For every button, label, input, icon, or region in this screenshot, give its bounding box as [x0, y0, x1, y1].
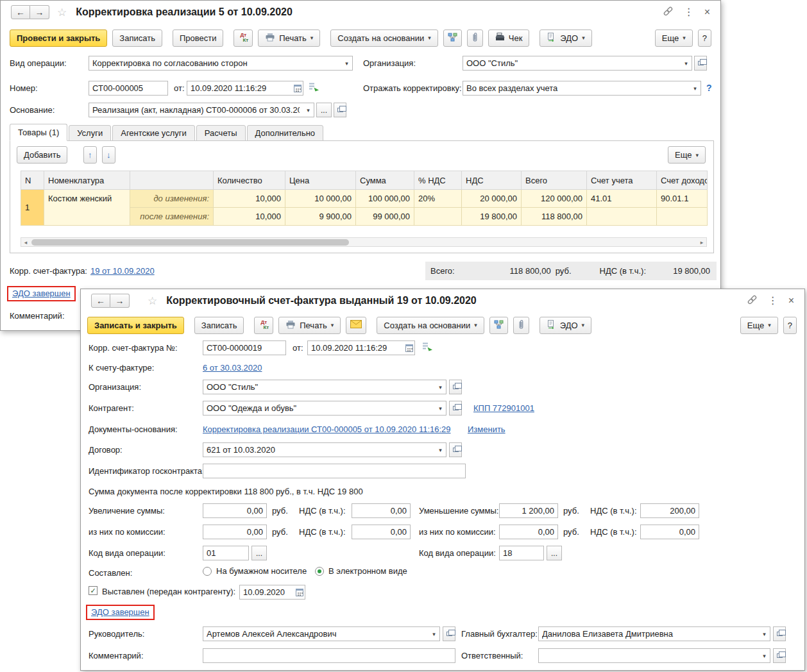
open-chief-accountant-button[interactable] — [773, 626, 786, 641]
responsible-input[interactable] — [539, 649, 759, 662]
basis-select-button[interactable]: ... — [316, 103, 332, 117]
structure-button[interactable] — [489, 317, 508, 334]
decrease-sum-input[interactable] — [500, 504, 557, 517]
chevron-down-icon[interactable]: ▾ — [303, 103, 314, 117]
head-input[interactable] — [203, 627, 429, 641]
close-icon[interactable]: × — [704, 7, 710, 17]
operation-code2-field[interactable] — [499, 546, 544, 560]
to-invoice-link[interactable]: 6 от 30.03.2020 — [203, 363, 262, 373]
chevron-down-icon[interactable]: ▾ — [435, 380, 446, 394]
chief-accountant-combo[interactable]: ▾ — [538, 626, 770, 641]
check-button[interactable]: Чек — [488, 29, 530, 47]
organization-combo[interactable]: ▾ — [203, 380, 446, 394]
open-organization-button[interactable] — [694, 56, 707, 71]
related-documents-icon[interactable] — [309, 82, 319, 94]
tab-services[interactable]: Услуги — [69, 125, 111, 141]
income-account-cell[interactable]: 90.01.1 — [657, 190, 708, 208]
help-button[interactable]: ? — [698, 29, 711, 47]
save-and-close-button[interactable]: Записать и закрыть — [87, 317, 184, 334]
open-organization-button[interactable] — [449, 380, 462, 394]
open-responsible-button[interactable] — [773, 648, 786, 663]
responsible-combo[interactable]: ▾ — [538, 648, 770, 663]
print-button[interactable]: Печать▾ — [278, 317, 341, 334]
reflect-adjustment-input[interactable] — [463, 81, 690, 95]
date-field[interactable] — [307, 340, 415, 355]
basis-combo[interactable]: ▾ — [89, 103, 314, 117]
chevron-down-icon[interactable]: ▾ — [341, 56, 352, 70]
back-button[interactable]: ← — [91, 294, 110, 308]
create-based-on-button[interactable]: Создать на основании▾ — [330, 29, 437, 47]
open-basis-button[interactable] — [334, 103, 346, 117]
corr-invoice-link[interactable]: 19 от 10.09.2020 — [90, 266, 155, 276]
edo-button[interactable]: ЭДО▾ — [539, 317, 591, 334]
corr-invoice-number-field[interactable] — [203, 340, 286, 355]
forward-button[interactable]: → — [30, 5, 49, 19]
tab-settlements[interactable]: Расчеты — [196, 125, 246, 141]
issued-date-input[interactable] — [240, 585, 294, 599]
close-icon[interactable]: × — [788, 296, 794, 306]
related-documents-icon[interactable] — [422, 342, 433, 354]
basis-document-link[interactable]: Корректировка реализации СТ00-000005 от … — [203, 424, 451, 435]
reflect-adjustment-combo[interactable]: ▾ — [463, 81, 701, 96]
operation-code1-input[interactable] — [203, 546, 248, 560]
chevron-down-icon[interactable]: ▾ — [435, 401, 446, 415]
number-field[interactable] — [89, 81, 168, 96]
get-link-icon[interactable] — [663, 6, 674, 19]
chevron-down-icon[interactable]: ▾ — [435, 443, 446, 457]
forward-button[interactable]: → — [110, 294, 130, 308]
grid-more-button[interactable]: Еще▾ — [668, 146, 706, 164]
post-and-close-button[interactable]: Провести и закрыть — [10, 29, 107, 47]
qty-cell[interactable]: 10,000 — [214, 190, 285, 208]
scroll-right-icon[interactable]: ▸ — [697, 239, 706, 246]
edo-finished-link[interactable]: ЭДО завершен — [12, 289, 71, 298]
operation-code2-input[interactable] — [500, 546, 543, 560]
decrease-vat-input[interactable] — [641, 504, 699, 517]
contract-combo[interactable]: ▾ — [203, 442, 446, 457]
attachments-button[interactable] — [467, 29, 483, 47]
increase-sum-field[interactable] — [203, 503, 267, 518]
operation-code2-select-button[interactable]: ... — [547, 546, 562, 560]
account-cell[interactable]: 41.01 — [587, 190, 657, 208]
vat-rate-cell[interactable]: 20% — [414, 190, 462, 208]
save-button[interactable]: Записать — [112, 29, 162, 47]
comment-input[interactable] — [203, 649, 455, 662]
get-link-icon[interactable] — [747, 294, 758, 307]
scrollbar-thumb[interactable] — [31, 239, 349, 246]
calendar-icon[interactable] — [404, 341, 414, 355]
income-account-cell[interactable] — [657, 208, 708, 226]
favorite-star-icon[interactable]: ☆ — [57, 6, 67, 19]
send-email-button[interactable] — [346, 317, 366, 334]
head-combo[interactable]: ▾ — [203, 626, 440, 641]
edo-finished-link[interactable]: ЭДО завершен — [91, 607, 149, 617]
tab-additional[interactable]: Дополнительно — [247, 125, 324, 141]
price-cell[interactable]: 9 900,00 — [285, 208, 356, 226]
commission2-sum-field[interactable] — [499, 525, 558, 539]
radio-paper[interactable]: На бумажном носителе — [203, 566, 307, 576]
row-number-cell[interactable]: 1 — [21, 190, 44, 226]
increase-vat-input[interactable] — [352, 504, 410, 517]
calendar-icon[interactable] — [294, 585, 305, 599]
increase-sum-input[interactable] — [203, 504, 266, 517]
tab-goods[interactable]: Товары (1) — [10, 124, 67, 141]
create-based-on-button[interactable]: Создать на основании▾ — [377, 317, 484, 334]
price-cell[interactable]: 10 000,00 — [285, 190, 356, 208]
chevron-down-icon[interactable]: ▾ — [429, 627, 439, 641]
sum-cell[interactable]: 100 000,00 — [356, 190, 414, 208]
commission1-vat-field[interactable] — [352, 525, 411, 539]
dtkt-button[interactable]: ДтКт — [234, 29, 253, 47]
favorite-star-icon[interactable]: ☆ — [148, 294, 157, 308]
radio-electronic[interactable]: В электронном виде — [315, 566, 407, 576]
basis-input[interactable] — [89, 103, 303, 117]
counterparty-input[interactable] — [203, 401, 435, 415]
horizontal-scrollbar[interactable]: ◂ ▸ — [21, 237, 707, 247]
help-button[interactable]: ? — [783, 317, 797, 334]
issued-checkbox[interactable]: ✓ — [89, 586, 98, 595]
structure-button[interactable] — [443, 29, 462, 47]
commission2-vat-input[interactable] — [641, 525, 699, 539]
date-input[interactable] — [187, 81, 292, 95]
operation-code1-select-button[interactable]: ... — [251, 546, 267, 560]
dtkt-button[interactable]: ДтКт — [254, 317, 273, 334]
vat-cell[interactable]: 19 800,00 — [462, 208, 522, 226]
decrease-sum-field[interactable] — [499, 503, 558, 518]
organization-combo[interactable]: ▾ — [463, 56, 692, 71]
